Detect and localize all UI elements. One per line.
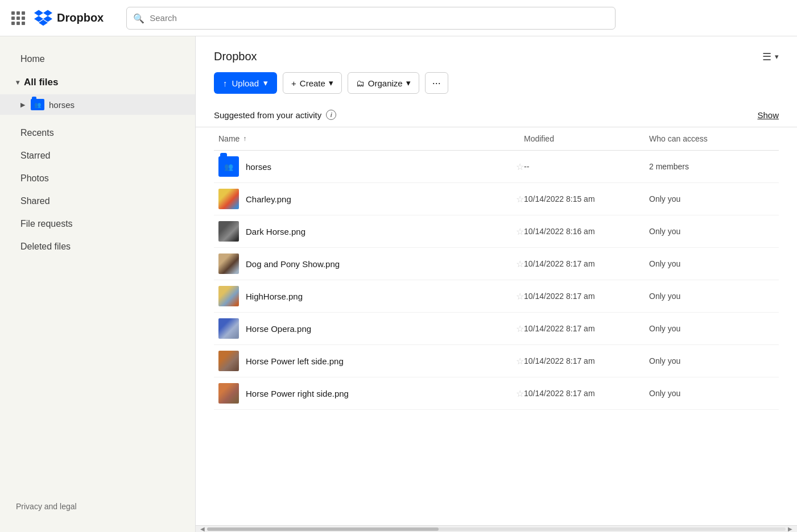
- file-name: Dog and Pony Show.png: [246, 259, 340, 269]
- table-row[interactable]: 👥 horses ☆ -- 2 members: [214, 151, 779, 183]
- table-row[interactable]: Horse Power left side.png ☆ 10/14/2022 8…: [214, 345, 779, 377]
- more-options-button[interactable]: ···: [425, 72, 448, 94]
- scrollbar-track[interactable]: [207, 527, 786, 531]
- upload-dropdown-icon: ▾: [263, 78, 268, 88]
- upload-label: Upload: [232, 78, 259, 88]
- sidebar-item-deleted-files[interactable]: Deleted files: [5, 236, 191, 257]
- dropbox-logo[interactable]: Dropbox: [34, 9, 104, 27]
- access-cell: Only you: [649, 356, 774, 365]
- table-row[interactable]: Dog and Pony Show.png ☆ 10/14/2022 8:17 …: [214, 248, 779, 280]
- access-cell: 2 members: [649, 162, 774, 171]
- star-icon[interactable]: ☆: [516, 226, 524, 237]
- sidebar-item-recents[interactable]: Recents: [5, 122, 191, 144]
- star-icon[interactable]: ☆: [516, 161, 524, 172]
- access-cell: Only you: [649, 259, 774, 268]
- sidebar-item-shared[interactable]: Shared: [5, 190, 191, 212]
- content-area: Dropbox ☰ ▾ ↑ Upload ▾ + Create ▾ 🗂 Orga…: [196, 36, 797, 532]
- show-button[interactable]: Show: [757, 110, 779, 120]
- modified-cell: 10/14/2022 8:17 am: [524, 292, 649, 301]
- sidebar-item-file-requests[interactable]: File requests: [5, 213, 191, 235]
- privacy-legal-link[interactable]: Privacy and legal: [16, 502, 77, 511]
- search-input[interactable]: [126, 7, 616, 30]
- horizontal-scrollbar[interactable]: ◀ ▶: [196, 525, 797, 532]
- view-dropdown-icon[interactable]: ▾: [775, 52, 779, 61]
- table-row[interactable]: HighHorse.png ☆ 10/14/2022 8:17 am Only …: [214, 280, 779, 313]
- home-label: Home: [20, 54, 45, 64]
- file-name-cell: HighHorse.png ☆: [218, 286, 524, 306]
- shared-label: Shared: [20, 196, 50, 206]
- file-thumbnail: [218, 286, 239, 306]
- file-thumbnail: [218, 253, 239, 274]
- main-layout: Home ▾ All files ▶ 👥 horses Recents Star…: [0, 36, 797, 532]
- sort-asc-icon: ↑: [243, 135, 246, 143]
- table-row[interactable]: Charley.png ☆ 10/14/2022 8:15 am Only yo…: [214, 183, 779, 215]
- scrollbar-thumb[interactable]: [207, 527, 439, 531]
- access-cell: Only you: [649, 292, 774, 301]
- modified-cell: 10/14/2022 8:17 am: [524, 389, 649, 398]
- suggestion-label: Suggested from your activity: [214, 110, 321, 120]
- sidebar-item-all-files[interactable]: ▾ All files: [5, 71, 191, 94]
- file-thumbnail: [218, 221, 239, 242]
- col-name-label: Name: [218, 134, 239, 143]
- table-row[interactable]: Horse Opera.png ☆ 10/14/2022 8:17 am Onl…: [214, 313, 779, 345]
- table-row[interactable]: Dark Horse.png ☆ 10/14/2022 8:16 am Only…: [214, 215, 779, 248]
- sidebar-item-photos[interactable]: Photos: [5, 168, 191, 189]
- file-name-with-star: HighHorse.png ☆: [246, 291, 524, 302]
- star-icon[interactable]: ☆: [516, 323, 524, 334]
- grid-menu-icon[interactable]: [11, 11, 25, 25]
- col-modified-label: Modified: [524, 134, 554, 143]
- file-name-with-star: Charley.png ☆: [246, 194, 524, 205]
- scroll-right-arrow[interactable]: ▶: [786, 525, 795, 533]
- col-modified: Modified: [524, 134, 649, 143]
- star-icon[interactable]: ☆: [516, 388, 524, 399]
- col-name[interactable]: Name ↑: [218, 134, 524, 143]
- access-cell: Only you: [649, 324, 774, 333]
- sidebar-item-starred[interactable]: Starred: [5, 145, 191, 167]
- view-controls: ☰ ▾: [762, 51, 779, 63]
- info-icon[interactable]: i: [326, 110, 336, 120]
- file-name-with-star: Horse Power left side.png ☆: [246, 356, 524, 367]
- suggestion-text: Suggested from your activity i: [214, 110, 336, 120]
- access-cell: Only you: [649, 389, 774, 398]
- star-icon[interactable]: ☆: [516, 356, 524, 367]
- file-name: HighHorse.png: [246, 292, 303, 301]
- list-view-icon[interactable]: ☰: [762, 51, 771, 63]
- suggestion-bar: Suggested from your activity i Show: [196, 103, 797, 127]
- modified-cell: --: [524, 162, 649, 171]
- shared-folder-icon: 👥: [31, 99, 44, 110]
- create-button[interactable]: + Create ▾: [283, 72, 342, 94]
- upload-button[interactable]: ↑ Upload ▾: [214, 72, 277, 94]
- all-files-label: All files: [24, 77, 58, 88]
- file-name-with-star: Dog and Pony Show.png ☆: [246, 259, 524, 269]
- logo-text: Dropbox: [57, 11, 104, 24]
- people-icon: 👥: [34, 102, 41, 108]
- modified-cell: 10/14/2022 8:16 am: [524, 227, 649, 236]
- file-name-cell: Horse Opera.png ☆: [218, 318, 524, 339]
- file-name-cell: 👥 horses ☆: [218, 156, 524, 177]
- topbar: Dropbox 🔍: [0, 0, 797, 36]
- sidebar-item-home[interactable]: Home: [5, 48, 191, 70]
- toolbar: ↑ Upload ▾ + Create ▾ 🗂 Organize ▾ ···: [196, 72, 797, 103]
- upload-icon: ↑: [223, 78, 228, 88]
- file-name: Dark Horse.png: [246, 227, 305, 236]
- more-icon: ···: [432, 77, 441, 89]
- organize-label: Organize: [368, 78, 403, 88]
- scroll-left-arrow[interactable]: ◀: [198, 525, 207, 533]
- sidebar-folder-horses[interactable]: ▶ 👥 horses: [0, 94, 195, 115]
- table-row[interactable]: Horse Power right side.png ☆ 10/14/2022 …: [214, 377, 779, 410]
- star-icon[interactable]: ☆: [516, 259, 524, 269]
- star-icon[interactable]: ☆: [516, 194, 524, 205]
- modified-cell: 10/14/2022 8:17 am: [524, 259, 649, 268]
- modified-cell: 10/14/2022 8:17 am: [524, 324, 649, 333]
- chevron-down-icon: ▾: [16, 78, 19, 86]
- sidebar-bottom: Privacy and legal: [0, 492, 195, 521]
- star-icon[interactable]: ☆: [516, 291, 524, 302]
- page-title: Dropbox: [214, 50, 257, 63]
- folder-horses-label: horses: [49, 100, 75, 110]
- deleted-files-label: Deleted files: [20, 242, 71, 252]
- folder-chevron-icon: ▶: [20, 101, 25, 109]
- file-name: horses: [246, 162, 271, 172]
- organize-button[interactable]: 🗂 Organize ▾: [348, 72, 419, 94]
- file-name-cell: Horse Power left side.png ☆: [218, 351, 524, 371]
- file-thumbnail: [218, 318, 239, 339]
